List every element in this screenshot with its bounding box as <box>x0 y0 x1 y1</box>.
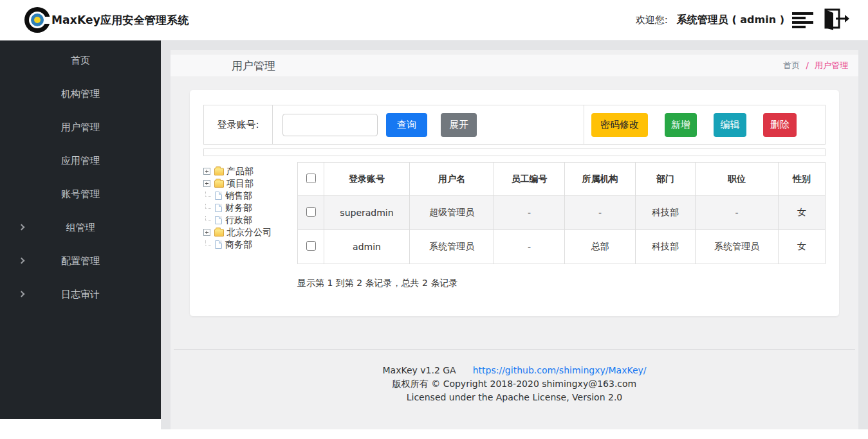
sidebar-item-config-management[interactable]: 配置管理 <box>0 244 161 278</box>
tree-node-label: 行政部 <box>225 215 252 226</box>
login-account-input[interactable] <box>282 114 378 136</box>
app-title: MaxKey应用安全管理系统 <box>51 13 189 28</box>
sidebar-item-app-management[interactable]: 应用管理 <box>0 144 161 177</box>
menu-list-icon[interactable] <box>792 10 815 30</box>
row-checkbox[interactable] <box>306 207 316 217</box>
query-button[interactable]: 查询 <box>386 113 427 137</box>
sidebar-item-home[interactable]: 首页 <box>0 44 161 77</box>
login-account-label: 登录账号: <box>204 105 273 144</box>
tree-node-label: 财务部 <box>225 202 252 214</box>
select-all-checkbox[interactable] <box>306 174 316 183</box>
table-header-row: 登录账号 用户名 员工编号 所属机构 部门 职位 性别 <box>298 163 826 196</box>
cell-organization: 总部 <box>565 230 636 264</box>
chevron-right-icon <box>19 291 25 298</box>
sidebar-item-label: 用户管理 <box>61 121 100 133</box>
tree-node-label: 北京分公司 <box>226 227 272 238</box>
page-footer: MaxKey v1.2 GAhttps://github.com/shiming… <box>171 364 858 404</box>
content-area: 用户管理 首页 / 用户管理 登录账号: 查询 展开 密码修改 新增 编辑 <box>161 40 868 429</box>
tree-node-label: 产品部 <box>226 166 254 177</box>
copyright-text: 版权所有 © Copyright 2018-2020 shimingxy@163… <box>171 377 858 391</box>
tree-node-project-dept[interactable]: 项目部 <box>203 177 297 190</box>
cell-employee-id: - <box>494 230 565 264</box>
sidebar-item-log-audit[interactable]: 日志审计 <box>0 278 161 311</box>
tree-expand-icon[interactable] <box>203 229 210 236</box>
tree-node-label: 销售部 <box>225 190 252 202</box>
sidebar-item-account-management[interactable]: 账号管理 <box>0 177 161 211</box>
user-management-card: 登录账号: 查询 展开 密码修改 新增 编辑 删除 <box>190 90 839 316</box>
breadcrumb-current: 用户管理 <box>815 60 848 70</box>
logout-icon[interactable] <box>823 8 850 32</box>
breadcrumb: 首页 / 用户管理 <box>783 60 848 71</box>
version-text: MaxKey v1.2 GA <box>382 365 456 375</box>
edit-button[interactable]: 编辑 <box>714 113 746 137</box>
tree-node-label: 项目部 <box>226 178 254 190</box>
cell-organization: - <box>565 196 636 230</box>
file-icon <box>215 216 222 224</box>
search-toolbar: 登录账号: 查询 展开 密码修改 新增 编辑 删除 <box>203 105 826 145</box>
cell-department: 科技部 <box>636 230 696 264</box>
cell-username: 超级管理员 <box>410 196 494 230</box>
delete-button[interactable]: 删除 <box>763 113 797 137</box>
sidebar-item-label: 首页 <box>71 55 90 66</box>
col-login-account: 登录账号 <box>324 163 410 196</box>
sidebar-item-label: 机构管理 <box>61 88 100 100</box>
sidebar-item-label: 组管理 <box>66 222 95 233</box>
col-position: 职位 <box>696 163 779 196</box>
collapsed-advanced-search <box>203 148 826 156</box>
add-button[interactable]: 新增 <box>665 113 697 137</box>
sidebar-item-label: 应用管理 <box>61 155 100 166</box>
col-employee-id: 员工编号 <box>494 163 565 196</box>
tree-node-sales-dept[interactable]: 销售部 <box>203 190 297 202</box>
chevron-right-icon <box>19 258 25 264</box>
cell-employee-id: - <box>494 196 565 230</box>
file-icon <box>215 204 222 212</box>
sidebar-item-label: 账号管理 <box>61 188 100 200</box>
tree-expand-icon[interactable] <box>203 168 210 175</box>
col-department: 部门 <box>636 163 696 196</box>
page-title: 用户管理 <box>232 58 275 73</box>
tree-connector <box>205 216 211 221</box>
github-link[interactable]: https://github.com/shimingxy/MaxKey/ <box>473 365 647 375</box>
current-user: 系统管理员 ( admin ) <box>677 13 784 27</box>
sidebar: 首页 机构管理 用户管理 应用管理 账号管理 组管理 配置管理 日志审计 <box>0 40 161 419</box>
tree-expand-icon[interactable] <box>203 180 210 187</box>
folder-icon <box>214 168 224 175</box>
app-header: MaxKey应用安全管理系统 欢迎您: 系统管理员 ( admin ) <box>0 0 868 40</box>
cell-login-account: superadmin <box>324 196 410 230</box>
cell-username: 系统管理员 <box>410 230 494 264</box>
tree-node-business-dept[interactable]: 商务部 <box>203 238 297 251</box>
expand-button[interactable]: 展开 <box>441 113 477 137</box>
welcome-label: 欢迎您: <box>636 14 668 26</box>
folder-icon <box>214 180 224 188</box>
chevron-right-icon <box>19 224 25 231</box>
breadcrumb-separator: / <box>806 60 808 70</box>
sidebar-item-org-management[interactable]: 机构管理 <box>0 77 161 111</box>
users-table: 登录账号 用户名 员工编号 所属机构 部门 职位 性别 <box>297 162 826 264</box>
maxkey-logo-icon <box>24 7 50 33</box>
sidebar-item-label: 日志审计 <box>61 289 100 300</box>
table-row[interactable]: admin 系统管理员 - 总部 科技部 系统管理员 女 <box>298 230 826 264</box>
tree-node-finance-dept[interactable]: 财务部 <box>203 202 297 214</box>
file-icon <box>215 240 222 249</box>
tree-node-admin-dept[interactable]: 行政部 <box>203 214 297 226</box>
tree-node-product-dept[interactable]: 产品部 <box>203 165 297 177</box>
breadcrumb-home-link[interactable]: 首页 <box>783 60 800 70</box>
pagination-summary: 显示第 1 到第 2 条记录，总共 2 条记录 <box>297 278 826 289</box>
cell-login-account: admin <box>324 230 410 264</box>
col-organization: 所属机构 <box>565 163 636 196</box>
sidebar-item-user-management[interactable]: 用户管理 <box>0 111 161 144</box>
row-checkbox[interactable] <box>306 241 316 251</box>
footer-divider <box>174 349 855 350</box>
tree-connector <box>205 240 211 246</box>
cell-gender: 女 <box>779 230 826 264</box>
page-title-bar: 用户管理 首页 / 用户管理 <box>171 55 858 77</box>
cell-gender: 女 <box>779 196 826 230</box>
table-row[interactable]: superadmin 超级管理员 - - 科技部 - 女 <box>298 196 826 230</box>
sidebar-item-group-management[interactable]: 组管理 <box>0 211 161 244</box>
change-password-button[interactable]: 密码修改 <box>591 113 648 137</box>
tree-connector <box>205 192 211 197</box>
tree-connector <box>205 204 211 209</box>
col-username: 用户名 <box>410 163 494 196</box>
cell-department: 科技部 <box>636 196 696 230</box>
tree-node-beijing-branch[interactable]: 北京分公司 <box>203 226 297 238</box>
